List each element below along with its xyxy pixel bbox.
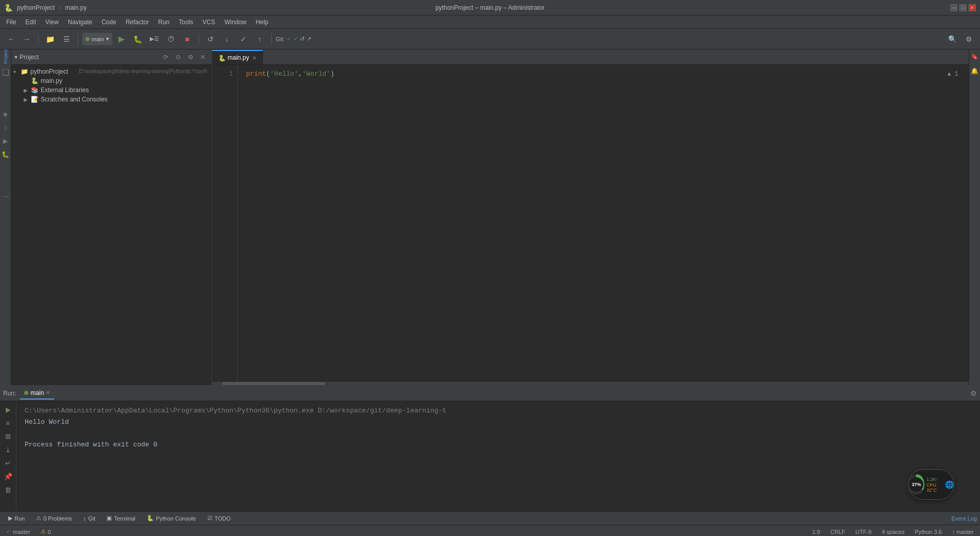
menu-window[interactable]: Window	[220, 18, 251, 27]
tab-main-py[interactable]: 🐍 main.py ✕	[212, 50, 263, 64]
favorites-sidebar-icon[interactable]: ★	[1, 109, 11, 119]
vcs-status[interactable]: ↑ master	[950, 529, 976, 535]
run-stop-button[interactable]: ■	[2, 417, 14, 429]
menu-vcs[interactable]: VCS	[198, 18, 219, 27]
git-bottom-tab[interactable]: ↕ Git	[78, 513, 101, 524]
python-console-bottom-tab[interactable]: 🐍 Python Console	[142, 513, 201, 524]
encoding-status[interactable]: UTF-8	[853, 529, 873, 535]
terminal-bottom-tab[interactable]: ▣ Terminal	[101, 513, 141, 524]
notifications-icon[interactable]: 🔔	[970, 66, 980, 76]
toolbar-separator-4	[271, 34, 272, 44]
run-pin-button[interactable]: 📌	[2, 470, 14, 482]
hide-panel-button[interactable]: ✕	[197, 51, 208, 63]
line-ending-status[interactable]: CRLF	[828, 529, 847, 535]
menu-bar: File Edit View Navigate Code Refactor Ru…	[0, 15, 980, 29]
menu-file[interactable]: File	[2, 18, 20, 27]
bottom-tabs-left: ▶ Run ⚠ 0 Problems ↕ Git ▣ Terminal 🐍 Py…	[3, 513, 236, 524]
stop-button[interactable]: ■	[180, 32, 195, 46]
code-content[interactable]: print ( 'Hello' , 'World' ) ▲ 1	[238, 65, 969, 381]
problems-bottom-tab[interactable]: ⚠ 0 Problems	[31, 513, 77, 524]
left-sidebar-icons: Project ❏ ★ ↕ ▶ 🐛 ⋯	[0, 49, 11, 385]
status-bar: ✓ master ⚠ 0 1:9 CRLF UTF-8 4 spaces Pyt…	[0, 525, 980, 536]
window-title: pythonProject – main.py – Administrator	[435, 4, 545, 11]
minimize-button[interactable]: ─	[950, 4, 957, 11]
run-dump-threads-button[interactable]: ⊞	[2, 430, 14, 442]
tree-item-external-libs[interactable]: ▶ 📚 External Libraries	[11, 85, 212, 95]
push-button[interactable]: ↑	[253, 32, 267, 46]
network-icon: 🌐	[945, 480, 954, 489]
interpreter-status[interactable]: Python 3.6	[913, 529, 944, 535]
event-log-link[interactable]: Event Log	[951, 515, 977, 522]
run-sidebar-icon[interactable]: ▶	[1, 136, 11, 146]
todo-bottom-tab[interactable]: ☑ TODO	[202, 513, 236, 524]
menu-navigate[interactable]: Navigate	[64, 18, 96, 27]
right-sidebar-icons: 🔖 🔔	[969, 49, 980, 385]
update-button[interactable]: ↓	[220, 32, 234, 46]
problems-status[interactable]: ⚠ 0	[39, 528, 53, 535]
tab-python-icon: 🐍	[218, 55, 224, 61]
menu-run[interactable]: Run	[154, 18, 173, 27]
toolbar-separator-3	[199, 34, 199, 44]
project-icon[interactable]: 📁	[43, 32, 57, 46]
run-scroll-end-button[interactable]: ⤓	[2, 443, 14, 456]
tree-item-main-py[interactable]: ▶ 🐍 main.py	[11, 76, 212, 85]
git-status[interactable]: ✓ master	[4, 528, 32, 535]
menu-edit[interactable]: Edit	[21, 18, 40, 27]
run-bottom-tab[interactable]: ▶ Run	[3, 513, 30, 524]
code-line-1: print ( 'Hello' , 'World' )	[246, 69, 969, 79]
collapse-all-button[interactable]: ⟳	[160, 51, 171, 63]
project-expand-arrow[interactable]: ▾	[14, 54, 18, 61]
locate-file-button[interactable]: ⊙	[172, 51, 184, 63]
cpu-widget[interactable]: 37% 1.2K↑ CPU 32°C 🌐	[908, 469, 954, 500]
commit-button[interactable]: ✓	[236, 32, 251, 46]
cursor-position[interactable]: 1:9	[810, 529, 822, 535]
forward-button[interactable]: →	[20, 32, 34, 46]
run-config-selector[interactable]: main ▾	[82, 33, 112, 45]
editor-horizontal-scrollbar[interactable]	[212, 381, 969, 385]
problems-warn-icon: ⚠	[41, 528, 46, 535]
indent-status[interactable]: 4 spaces	[880, 529, 906, 535]
git-revert-icon[interactable]: ↺	[300, 36, 305, 42]
debug-sidebar-icon[interactable]: 🐛	[1, 149, 11, 160]
menu-view[interactable]: View	[41, 18, 63, 27]
maximize-button[interactable]: □	[959, 4, 967, 11]
line-numbers: 1	[212, 65, 238, 381]
bookmarks-icon[interactable]: 🔖	[970, 51, 980, 62]
project-label: Project	[20, 54, 39, 61]
structure-icon[interactable]: ☰	[59, 32, 74, 46]
editor-scroll-thumb[interactable]	[222, 382, 325, 385]
menu-code[interactable]: Code	[97, 18, 120, 27]
tab-close-button[interactable]: ✕	[252, 55, 256, 61]
menu-tools[interactable]: Tools	[174, 18, 197, 27]
profile-button[interactable]: ⏱	[164, 32, 178, 46]
todo-tab-label: TODO	[215, 515, 231, 522]
run-delete-button[interactable]: 🗑	[2, 483, 14, 496]
close-button[interactable]: ✕	[969, 4, 976, 11]
tree-root-project[interactable]: ▾ 📁 pythonProject D:\workspace\git\deep-…	[11, 67, 212, 76]
git-label: Git:	[276, 36, 285, 42]
search-everywhere-button[interactable]: 🔍	[945, 32, 959, 46]
project-sidebar-icon[interactable]: Project	[1, 51, 11, 62]
run-tab-dot	[24, 391, 28, 395]
run-panel: Run: main ✕ ⚙ ▶ ■ ⊞ ⤓ ↵ 📌 🗑 C:\Users\Ad	[0, 385, 980, 511]
back-button[interactable]: ←	[4, 32, 19, 46]
menu-refactor[interactable]: Refactor	[121, 18, 153, 27]
run-tab-main[interactable]: main ✕	[20, 387, 54, 400]
run-tab-close[interactable]: ✕	[46, 390, 50, 395]
todo-tab-icon: ☑	[207, 515, 213, 522]
run-button[interactable]: ▶	[114, 32, 129, 46]
run-panel-settings[interactable]: ⚙	[970, 389, 977, 397]
settings-button[interactable]: ⚙	[961, 32, 976, 46]
menu-help[interactable]: Help	[252, 18, 273, 27]
run-soft-wrap-button[interactable]: ↵	[2, 457, 14, 469]
debug-button[interactable]: 🐛	[131, 32, 145, 46]
run-restart-button[interactable]: ▶	[2, 403, 14, 416]
structure-sidebar-icon[interactable]: ❏	[1, 67, 11, 77]
coverage-button[interactable]: ▶☰	[147, 32, 162, 46]
more-sidebar-icon[interactable]: ⋯	[1, 192, 11, 202]
project-settings-button[interactable]: ⚙	[185, 51, 196, 63]
git-push-icon[interactable]: ↗	[307, 36, 311, 42]
revert-button[interactable]: ↺	[203, 32, 218, 46]
tree-item-scratches[interactable]: ▶ 📝 Scratches and Consoles	[11, 95, 212, 104]
git-sidebar-icon[interactable]: ↕	[1, 123, 11, 133]
